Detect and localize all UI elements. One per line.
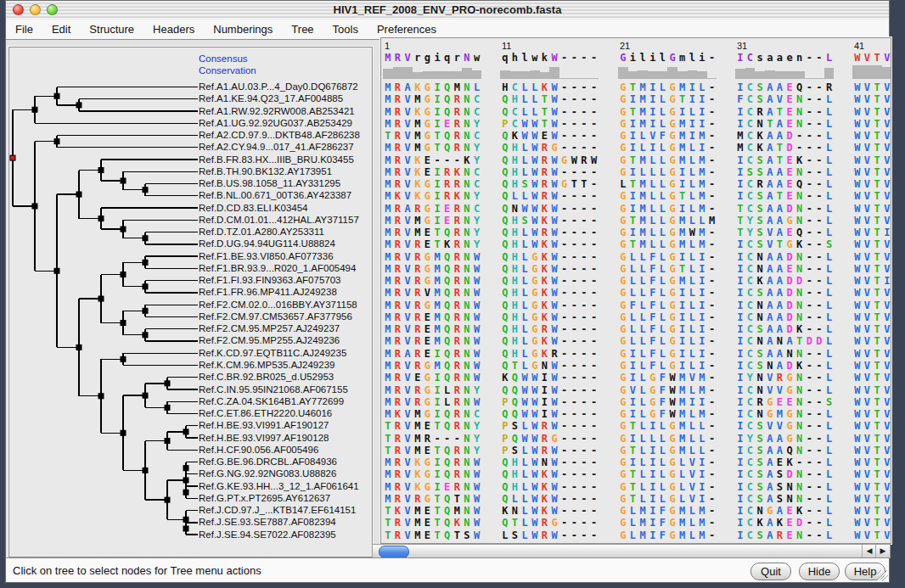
tree-leaf-label[interactable]: Ref.C.ET.86.ETH2220.U46016 (199, 408, 332, 418)
alignment-row: MRVKE---KY (383, 154, 481, 166)
alignment-row: HCLLKW---- (500, 81, 599, 93)
tree-leaf-label[interactable]: Ref.F1.FR.96.MP411.AJ249238 (199, 287, 337, 297)
scroll-right-arrow-icon[interactable]: ▶ (875, 545, 890, 557)
alignment-row: ICNAAEN--L (735, 263, 834, 275)
tree-leaf-label[interactable]: Ref.A1.KE.94.Q23_17.AF004885 (199, 93, 343, 104)
tree-leaf-label[interactable]: Ref.A1.RW.92.92RW008.AB253421 (199, 106, 355, 116)
alignment-row: KQWWIW---- (500, 372, 599, 384)
conservation-bar (735, 69, 745, 79)
tree-leaf-label[interactable]: Ref.A1.UG.92.92UG037.AB253429 (199, 118, 352, 128)
tree-leaf-label[interactable]: Ref.G.PT.x.PT2695.AY612637 (199, 493, 330, 503)
tree-leaf-label[interactable]: Ref.H.CF.90.056.AF005496 (199, 445, 318, 455)
conservation-bar (697, 71, 707, 79)
tree-leaf-label[interactable]: Ref.F1.BR.93.9...R020_1.AF005494 (199, 263, 356, 273)
alignment-row: ICNAADN--L (735, 300, 834, 311)
app-window: HIV1_REF_2008_ENV_PRO-norecomb.fasta Fil… (5, 0, 890, 583)
tree-leaf-label[interactable]: Ref.D.CM.01.01...412HAL.AY371157 (199, 215, 359, 225)
menu-tools[interactable]: Tools (323, 23, 368, 36)
hide-button[interactable]: Hide (799, 563, 840, 580)
consensus-row: WVTVY (852, 52, 891, 64)
alignment-panel[interactable]: 1MRVrgiqrNwMRAKGIQMNLMRVMGIQRNCMRVKGIQRN… (380, 37, 891, 544)
tree-leaf-label[interactable]: Ref.D.CD.83.ELI.K03454 (199, 203, 308, 213)
alignment-row: GLLFLGILI- (618, 335, 717, 347)
tree-leaf-label[interactable]: Ref.D.UG.94.94UG114.U88824 (199, 238, 335, 249)
tree-leaf-label[interactable]: Ref.B.NL.00.671_00T36.AY423387 (199, 190, 351, 200)
alignment-row: WVTVY (852, 456, 891, 468)
alignment-row: QLLWKW---- (500, 493, 599, 505)
tree-leaf-label[interactable]: Ref.K.CD.97.EQTB11C.AJ249235 (199, 348, 346, 358)
horizontal-scrollbar[interactable]: ◀ ▶ (372, 544, 891, 558)
tree-leaf-label[interactable]: Ref.J.SE.93.SE7887.AF082394 (199, 517, 336, 527)
tree-leaf-label[interactable]: Ref.H.BE.93.VI991.AF190127 (199, 420, 329, 430)
phylogenetic-tree[interactable] (9, 48, 205, 557)
tree-leaf-label[interactable]: Ref.B.FR.83.HX...IIIB_BRU.K03455 (199, 154, 354, 165)
tree-leaf-label[interactable]: Ref.F2.CM.02.0...016BBY.AY371158 (199, 300, 357, 310)
alignment-row: TRVMETQRNY (383, 420, 481, 432)
alignment-row: QHLGKW---- (500, 311, 599, 323)
tree-leaf-label[interactable]: Ref.G.NG.92.92NG083.U88826 (199, 468, 336, 479)
alignment-row: MRVMETQRNY (383, 227, 481, 238)
alignment-row: PCWWTW---- (500, 118, 599, 130)
tree-leaf-label[interactable]: Ref.G.KE.93.HH...3_12_1.AF061641 (199, 481, 359, 491)
alignment-row: GLLFLGILI- (618, 311, 717, 323)
scrollbar-thumb[interactable] (379, 546, 409, 558)
tree-leaf-label[interactable]: Ref.B.US.98.1058_11.AY331295 (199, 178, 340, 188)
alignment-row: WVTVY (852, 529, 891, 541)
menu-preferences[interactable]: Preferences (368, 23, 446, 36)
menu-structure[interactable]: Structure (80, 23, 143, 36)
tree-leaf-label[interactable]: Ref.F2.CM.95.MP257.AJ249237 (199, 323, 340, 333)
tree-leaf-label[interactable]: Ref.F2.CM.97.CM53657.AF377956 (199, 311, 352, 322)
conservation-bar (677, 71, 688, 79)
alignment-row: LTMLLGILM- (618, 178, 717, 190)
alignment-row: ICSASNN--L (735, 493, 834, 505)
alignment-row: WVTVY (852, 445, 891, 456)
alignment-row: MRVRGTQTNW (383, 493, 481, 505)
alignment-row: IYSAAGN--L (735, 433, 834, 445)
tree-leaf-label[interactable]: Ref.B.TH.90.BK132.AY173951 (199, 166, 332, 176)
tree-leaf-label[interactable]: Ref.C.BR.92.BR025_d.U52953 (199, 372, 334, 382)
tree-root-marker[interactable] (10, 155, 15, 160)
alignment-row: WVTVY (852, 372, 891, 384)
alignment-row: GTLILGLVI- (618, 481, 717, 493)
menu-edit[interactable]: Edit (42, 23, 80, 36)
menu-tree[interactable]: Tree (282, 23, 323, 36)
consensus-row: qhlwkW---- (500, 52, 599, 64)
alignment-row: QHLWRWGWRW (500, 154, 599, 166)
tree-leaf-label[interactable]: Ref.K.CM.96.MP535.AJ249239 (199, 360, 334, 370)
alignment-row: QTLWRG---- (500, 517, 599, 529)
tree-leaf-label[interactable]: Ref.A1.AU.03.P...4_Day0.DQ676872 (199, 81, 358, 92)
tree-leaf-label[interactable]: Ref.J.SE.94.SE7022.AF082395 (199, 529, 336, 540)
tree-leaf-label[interactable]: Ref.F2.CM.95.MP255.AJ249236 (199, 335, 340, 345)
menu-headers[interactable]: Headers (143, 23, 204, 36)
alignment-row: MCKAAD---L (735, 130, 834, 142)
resize-grip-icon[interactable] (877, 570, 888, 581)
tree-leaf-label[interactable]: Ref.G.BE.96.DRCBL.AF084936 (199, 456, 337, 467)
quit-button[interactable]: Quit (750, 563, 791, 580)
scroll-left-arrow-icon[interactable]: ◀ (862, 545, 876, 557)
column-number: 41 (854, 41, 864, 51)
alignment-row: GTMLLGMLM- (618, 154, 717, 166)
menu-numberings[interactable]: Numberings (204, 23, 282, 36)
alignment-row: QHLWRG---- (500, 142, 599, 154)
tree-leaf-label[interactable]: Ref.F1.BE.93.VI850.AF077336 (199, 251, 334, 261)
alignment-row: GIMILGTII- (618, 93, 717, 105)
tree-leaf-label[interactable]: Ref.H.BE.93.VI997.AF190128 (199, 433, 329, 443)
alignment-row: PQWWIW---- (500, 396, 599, 408)
tree-leaf-label[interactable]: Ref.J.CD.97.J_...KTB147.EF614151 (199, 505, 356, 515)
alignment-row: GLLFLGMLI- (618, 275, 717, 287)
alignment-row: MRVKEIRKNC (383, 166, 481, 178)
alignment-row: WVTVY (852, 481, 891, 493)
alignment-row: QHLGKR---- (500, 348, 599, 360)
tree-leaf-label[interactable]: Ref.C.IN.95.95IN21068.AF067155 (199, 384, 348, 395)
alignment-row: WVTVY (852, 348, 891, 360)
alignment-row: WVTVY (852, 215, 891, 227)
tree-leaf-label[interactable]: Ref.C.ZA.04.SK164B1.AY772699 (199, 396, 344, 406)
alignment-row: ICSASNN--L (735, 481, 834, 493)
tree-panel[interactable]: Consensus Conservation Ref.A1.AU.03.P...… (8, 47, 373, 557)
tree-leaf-label[interactable]: Ref.A2.CY.94.9...017_41.AF286237 (199, 142, 354, 152)
tree-leaf-label[interactable]: Ref.F1.FI.93.FIN9363.AF075703 (199, 275, 340, 285)
tree-leaf-label[interactable]: Ref.A2.CD.97.9...DKTB48.AF286238 (199, 130, 360, 140)
alignment-row: GTMILGILI- (618, 106, 717, 118)
menu-file[interactable]: File (6, 23, 42, 36)
tree-leaf-label[interactable]: Ref.D.TZ.01.A280.AY253311 (199, 227, 324, 237)
